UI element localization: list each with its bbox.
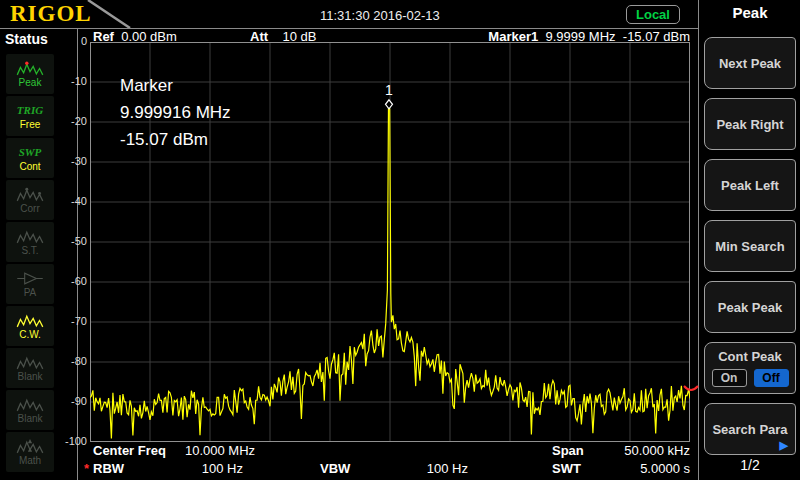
softkey-min-search[interactable]: Min Search [704, 220, 796, 272]
y-tick-label: -30 [60, 155, 87, 167]
status-item-blank1: Blank [6, 348, 54, 388]
rbw-label-text: RBW [93, 461, 124, 476]
status-item-label: PA [24, 287, 37, 299]
y-tick-label: -20 [60, 115, 87, 127]
center-freq-value: 10.000 MHz [185, 443, 255, 458]
span-label-text: Span [552, 443, 584, 458]
marker-annotation-freq: 9.999916 MHz [120, 99, 231, 126]
status-item-label: Corr [20, 203, 39, 215]
waveform-icon [15, 395, 45, 413]
datetime-display: 11:31:30 2016-02-13 [320, 8, 440, 23]
waveform-icon [15, 353, 45, 371]
status-item-math: Math [6, 432, 54, 472]
y-tick-label: -60 [60, 275, 87, 287]
toggle-option-on[interactable]: On [712, 369, 747, 387]
marker-annotation-title: Marker [120, 72, 231, 99]
cont-peak-toggle: OnOff [712, 369, 789, 387]
softkey-search-para[interactable]: Search Para▶ [704, 403, 796, 455]
softkey-label: Peak Peak [718, 300, 782, 315]
marker-annotation: Marker 9.999916 MHz -15.07 dBm [120, 72, 231, 153]
marker1-diamond-icon [385, 100, 392, 109]
y-tick-label: -80 [60, 355, 87, 367]
span-value: 50.000 kHz [624, 443, 690, 458]
softkey-label: Peak Left [721, 178, 779, 193]
toggle-option-off[interactable]: Off [754, 369, 789, 387]
softkey-label: Peak Right [716, 117, 783, 132]
center-freq-readout: Center Freq [93, 443, 166, 458]
status-item-label: C.W. [19, 329, 41, 341]
rbw-uncal-star: * [84, 461, 89, 476]
vbw-label-text: VBW [320, 461, 350, 476]
rigol-logo: RIGOL [10, 1, 92, 27]
menu-page-indicator: 1/2 [700, 457, 800, 473]
rbw-value: 100 Hz [185, 461, 243, 476]
y-tick-label: 0 [60, 35, 87, 47]
status-item-label: Cont [19, 161, 40, 173]
status-item-trig: TRIGFree [6, 96, 54, 136]
softkey-label: Search Para [712, 422, 787, 437]
vbw-label: VBW [320, 461, 350, 476]
waveform-icon [15, 311, 45, 329]
trace-end-marker-icon [683, 384, 699, 393]
softkey-buttons: Next PeakPeak RightPeak LeftMin SearchPe… [704, 37, 796, 464]
softkey-next-peak[interactable]: Next Peak [704, 37, 796, 89]
y-tick-label: -90 [60, 395, 87, 407]
y-tick-label: -50 [60, 235, 87, 247]
status-panel-title: Status [5, 31, 48, 47]
softkey-menu-panel: Peak Next PeakPeak RightPeak LeftMin Sea… [700, 0, 800, 480]
softkey-cont-peak[interactable]: Cont PeakOnOff [704, 342, 796, 394]
softkey-label: Cont Peak [718, 349, 782, 364]
softkey-label: Min Search [715, 239, 784, 254]
y-tick-label: -70 [60, 315, 87, 327]
status-divider [77, 28, 78, 480]
y-tick-label: -40 [60, 195, 87, 207]
status-item-label: Math [19, 455, 41, 467]
status-item-label: Blank [17, 413, 42, 425]
instrument-screen: RIGOL 11:31:30 2016-02-13 Local Status P… [0, 0, 800, 480]
swt-label: SWT [552, 461, 581, 476]
swt-value: 5.0000 s [640, 461, 690, 476]
softkey-peak-peak[interactable]: Peak Peak [704, 281, 796, 333]
waveform-math-icon [15, 437, 45, 455]
status-item-st: S.T. [6, 222, 54, 262]
waveform-peak-icon [15, 59, 45, 77]
marker1-number: 1 [385, 82, 393, 98]
status-item-blank2: Blank [6, 390, 54, 430]
vbw-value: 100 Hz [410, 461, 468, 476]
y-tick-label: -10 [60, 75, 87, 87]
marker-annotation-level: -15.07 dBm [120, 126, 231, 153]
status-item-pa: PA [6, 264, 54, 304]
status-item-corr: Corr [6, 180, 54, 220]
menu-title: Peak [700, 4, 800, 21]
status-text-icon-trig: TRIG [17, 101, 43, 119]
amplifier-icon [15, 269, 45, 287]
status-text-icon-swp: SWP [19, 143, 42, 161]
center-freq-label: Center Freq [93, 443, 166, 458]
status-item-label: Free [20, 119, 41, 131]
menu-divider [698, 0, 699, 480]
y-tick-label: -100 [60, 435, 87, 447]
local-mode-badge: Local [626, 5, 680, 24]
softkey-peak-right[interactable]: Peak Right [704, 98, 796, 150]
status-item-label: Peak [19, 77, 42, 89]
waveform-icon [15, 227, 45, 245]
logo-swoosh [84, 0, 134, 28]
waveform-dots-icon [15, 185, 45, 203]
swt-label-text: SWT [552, 461, 581, 476]
submenu-arrow-icon: ▶ [780, 439, 788, 452]
status-item-label: Blank [17, 371, 42, 383]
status-item-label: S.T. [21, 245, 38, 257]
span-label: Span [552, 443, 584, 458]
status-item-swp: SWPCont [6, 138, 54, 178]
status-icon-column: PeakTRIGFreeSWPContCorrS.T.PAC.W.BlankBl… [6, 54, 54, 474]
softkey-label: Next Peak [719, 56, 781, 71]
status-item-peak: Peak [6, 54, 54, 94]
status-item-cw: C.W. [6, 306, 54, 346]
softkey-peak-left[interactable]: Peak Left [704, 159, 796, 211]
rbw-label: RBW [93, 461, 124, 476]
